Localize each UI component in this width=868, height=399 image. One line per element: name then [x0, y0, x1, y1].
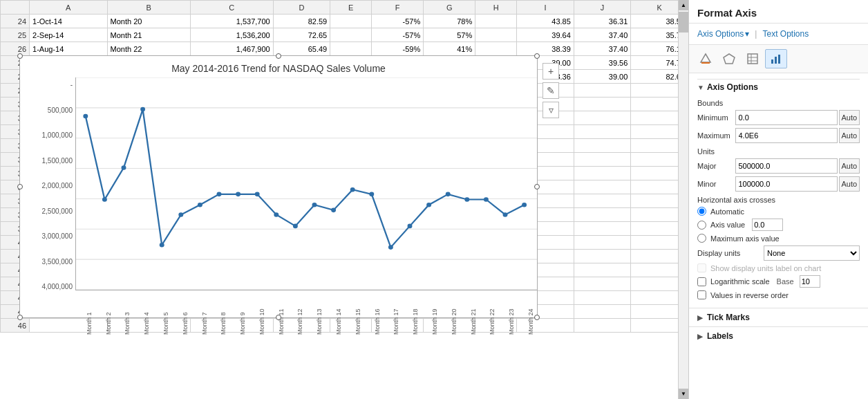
tick-marks-section-header[interactable]: ▶ Tick Marks: [689, 308, 868, 326]
x-axis-label: Month 23: [508, 325, 515, 335]
logarithmic-checkbox[interactable]: [697, 277, 706, 286]
resize-handle-mr[interactable]: [534, 184, 540, 189]
col-header-c[interactable]: C: [190, 1, 273, 15]
add-element-button[interactable]: +: [542, 63, 559, 80]
svg-point-10: [122, 165, 126, 170]
resize-handle-br[interactable]: [534, 315, 540, 320]
x-axis-label: Month 8: [220, 325, 227, 335]
scrollbar-vertical[interactable]: ▲ ▼: [678, 0, 688, 399]
col-header-d[interactable]: D: [273, 1, 330, 15]
spreadsheet-area: A B C D E F G H I J K 24 1-Oct-14 Month …: [0, 0, 688, 399]
col-header-e[interactable]: E: [330, 1, 372, 15]
svg-point-11: [140, 107, 145, 112]
svg-point-9: [102, 197, 107, 202]
col-header-i[interactable]: I: [517, 1, 574, 15]
max-axis-radio[interactable]: [697, 234, 706, 243]
svg-point-19: [293, 224, 298, 229]
tick-marks-label: Tick Marks: [707, 313, 750, 322]
col-header-j[interactable]: J: [574, 1, 631, 15]
chart-title: May 2014-2016 Trend for NASDAQ Sales Vol…: [20, 56, 537, 77]
y-axis-label: 2,000,000: [23, 182, 73, 189]
filter-button[interactable]: ▿: [542, 102, 559, 118]
maximum-label: Maximum: [697, 131, 735, 140]
axis-options-title: Axis Options: [707, 82, 758, 92]
resize-handle-bm[interactable]: [276, 315, 281, 320]
chart-buttons: + ✎ ▿: [542, 63, 559, 118]
maximum-auto-btn[interactable]: Auto: [839, 128, 860, 143]
axis-value-radio[interactable]: [697, 221, 706, 230]
svg-point-21: [331, 208, 336, 213]
x-axis-label: Month 20: [451, 325, 457, 335]
minimum-auto-btn[interactable]: Auto: [839, 110, 860, 125]
svg-point-30: [503, 212, 508, 217]
svg-point-23: [369, 192, 374, 197]
size-icon-btn[interactable]: [742, 49, 764, 68]
resize-handle-tl[interactable]: [17, 53, 23, 59]
col-header-a[interactable]: A: [30, 1, 108, 15]
max-axis-radio-row: Maximum axis value: [697, 234, 860, 243]
x-axis-label: Month 11: [278, 325, 285, 335]
minor-auto-btn[interactable]: Auto: [839, 176, 860, 192]
svg-point-18: [274, 212, 279, 217]
minimum-input[interactable]: [735, 110, 838, 125]
y-axis-label: 500,000: [23, 106, 73, 114]
row-header: 26: [1, 42, 30, 56]
y-axis-label: 3,000,000: [23, 232, 73, 240]
maximum-input[interactable]: [735, 128, 838, 143]
svg-rect-33: [701, 62, 710, 64]
y-axis-label: 1,500,000: [23, 157, 73, 165]
show-display-label-checkbox[interactable]: [697, 263, 706, 272]
y-axis-label: 2,500,000: [23, 207, 73, 215]
base-label: Base: [777, 277, 794, 286]
svg-point-24: [388, 245, 393, 250]
col-header-h[interactable]: H: [475, 1, 517, 15]
row-header: 25: [1, 28, 30, 42]
col-header-f[interactable]: F: [372, 1, 424, 15]
resize-handle-tr[interactable]: [534, 53, 540, 59]
axis-options-icon-btn[interactable]: [765, 49, 787, 68]
values-reverse-checkbox[interactable]: [697, 290, 706, 299]
chart-area[interactable]: May 2014-2016 Trend for NASDAQ Sales Vol…: [19, 55, 538, 318]
minimum-row: Minimum Auto: [697, 110, 860, 125]
svg-point-31: [522, 203, 527, 207]
svg-rect-40: [775, 57, 777, 64]
row-header: 24: [1, 15, 30, 28]
labels-label: Labels: [707, 331, 733, 341]
resize-handle-bl[interactable]: [17, 315, 23, 320]
col-header-b[interactable]: B: [107, 1, 190, 15]
y-axis-label: 1,000,000: [23, 131, 73, 139]
x-axis-label: Month 14: [335, 325, 342, 335]
panel-tabs: Axis Options ▾ | Text Options: [689, 24, 868, 45]
x-axis-label: Month 10: [258, 325, 265, 335]
svg-marker-34: [724, 54, 735, 64]
resize-handle-tm[interactable]: [276, 53, 281, 59]
effects-icon-btn[interactable]: [718, 49, 740, 68]
haxis-crosses-label: Horizontal axis crosses: [697, 196, 860, 204]
automatic-radio[interactable]: [697, 207, 706, 216]
col-header-g[interactable]: G: [424, 1, 475, 15]
tab-axis-options[interactable]: Axis Options ▾: [695, 28, 752, 40]
svg-rect-35: [748, 54, 757, 64]
major-auto-btn[interactable]: Auto: [839, 158, 860, 174]
axis-options-header[interactable]: ▼ Axis Options: [697, 79, 860, 95]
major-input[interactable]: [735, 158, 838, 174]
svg-marker-32: [701, 54, 710, 62]
minor-input[interactable]: [735, 176, 838, 192]
x-axis-label: Month 9: [239, 325, 246, 335]
fill-icon-btn[interactable]: [695, 49, 717, 68]
svg-point-12: [160, 243, 164, 248]
resize-handle-ml[interactable]: [17, 184, 23, 189]
tab-text-options[interactable]: Text Options: [760, 28, 811, 40]
bounds-label: Bounds: [697, 99, 860, 107]
labels-section-header[interactable]: ▶ Labels: [689, 326, 868, 345]
units-label: Units: [697, 147, 860, 156]
log-base-input[interactable]: [800, 275, 820, 288]
axis-value-input[interactable]: [752, 219, 783, 231]
x-axis-label: Month 15: [355, 325, 361, 335]
axis-options-arrow: ▼: [697, 84, 704, 91]
x-axis-label: Month 21: [470, 325, 477, 335]
svg-rect-39: [771, 59, 773, 64]
display-units-select[interactable]: None Hundreds Thousands Millions Billion…: [764, 245, 860, 261]
x-axis-label: Month 7: [201, 325, 208, 335]
style-button[interactable]: ✎: [542, 82, 559, 99]
